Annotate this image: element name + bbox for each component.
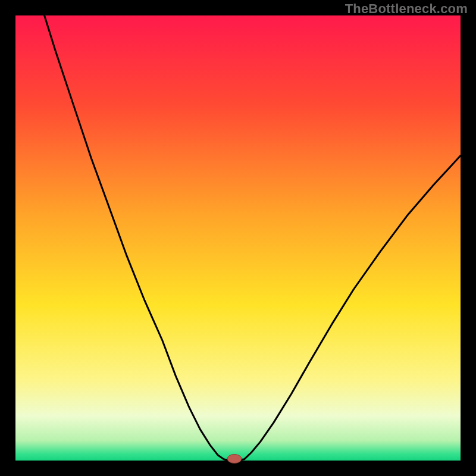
bottleneck-chart <box>0 0 476 476</box>
optimal-marker <box>227 455 242 464</box>
plot-background <box>15 15 461 461</box>
chart-frame: { "watermark": "TheBottleneck.com", "col… <box>0 0 476 476</box>
watermark-text: TheBottleneck.com <box>345 1 468 17</box>
